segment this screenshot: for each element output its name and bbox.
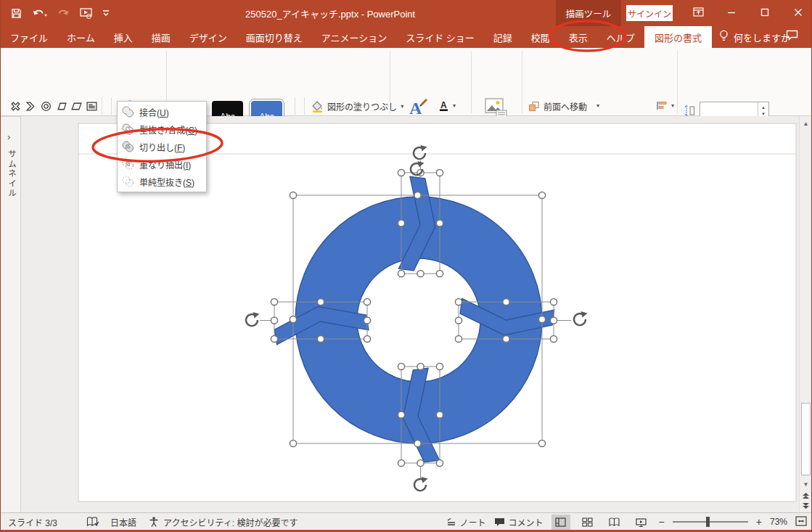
chevron-shape-top[interactable] [398, 176, 440, 272]
zoom-out-button[interactable]: − [659, 516, 665, 528]
comments-top-icon[interactable] [786, 30, 798, 44]
maximize-button[interactable] [759, 7, 771, 19]
save-icon[interactable] [11, 8, 22, 19]
tab-0[interactable]: ファイル [1, 26, 57, 48]
selection-handle[interactable] [290, 440, 296, 446]
selection-handle[interactable] [317, 335, 324, 342]
selection-handle[interactable] [436, 459, 443, 466]
reading-view-button[interactable] [605, 515, 624, 530]
tab-3[interactable]: 描画 [142, 26, 180, 48]
selection-handle[interactable] [503, 298, 509, 305]
normal-view-button[interactable] [551, 515, 570, 530]
ribbon-display-options-icon[interactable] [692, 7, 704, 19]
selection-handle[interactable] [417, 169, 424, 176]
tab-9[interactable]: 校閲 [522, 26, 559, 48]
scroll-down-icon[interactable]: ▼ [800, 481, 812, 488]
selection-handle[interactable] [398, 363, 404, 369]
selection-handle[interactable] [417, 270, 424, 277]
tab-2[interactable]: 挿入 [104, 26, 142, 48]
tab-8[interactable]: 記録 [484, 26, 522, 48]
selection-handle[interactable] [364, 298, 370, 305]
selection-handle[interactable] [398, 169, 404, 176]
comments-button[interactable]: コメント [494, 516, 544, 528]
menu-item-重なり抽出[interactable]: 重なり抽出(I) [118, 155, 206, 173]
rotation-handle[interactable] [414, 477, 427, 491]
rotation-handle[interactable] [246, 312, 259, 326]
selection-handle[interactable] [290, 316, 296, 322]
chevron-shape-left[interactable] [272, 299, 369, 344]
start-slideshow-icon[interactable] [80, 8, 92, 19]
selection-handle[interactable] [436, 169, 443, 176]
proofing-icon[interactable] [86, 517, 99, 528]
fit-to-window-button[interactable] [795, 516, 807, 528]
selection-handle[interactable] [290, 192, 296, 198]
selection-handle[interactable] [414, 192, 421, 198]
selection-handle[interactable] [436, 270, 443, 277]
zoom-in-button[interactable]: + [756, 516, 762, 528]
chevron-shape-bottom[interactable] [397, 368, 439, 464]
close-button[interactable] [792, 7, 804, 19]
customize-quick-access-icon[interactable] [102, 8, 110, 19]
menu-item-切り出し[interactable]: 切り出し(F) [118, 138, 206, 155]
undo-icon[interactable] [32, 8, 48, 19]
selection-handle[interactable] [398, 412, 404, 418]
selection-handle[interactable] [550, 317, 557, 324]
previous-slide-button[interactable] [800, 492, 812, 501]
selection-handle[interactable] [271, 335, 277, 342]
selection-handle[interactable] [398, 459, 404, 466]
selection-handle[interactable] [271, 298, 277, 305]
sign-in-button[interactable]: サインイン [626, 5, 673, 21]
selection-handle[interactable] [414, 440, 421, 446]
menu-item-接合[interactable]: 接合(U) [118, 103, 206, 120]
selection-handle[interactable] [417, 363, 424, 369]
tab-1[interactable]: ホーム [57, 26, 104, 48]
selection-handle[interactable] [417, 459, 424, 466]
rotation-handle[interactable] [411, 161, 424, 175]
selection-handle[interactable] [436, 220, 443, 226]
selection-handle[interactable] [538, 440, 545, 446]
language-indicator[interactable]: 日本語 [110, 516, 136, 528]
selection-handle[interactable] [550, 335, 557, 342]
selection-handle[interactable] [436, 412, 443, 418]
selection-handle[interactable] [398, 220, 404, 226]
selection-handle[interactable] [550, 298, 557, 305]
selection-handle[interactable] [538, 316, 545, 322]
zoom-slider[interactable] [673, 521, 748, 523]
tell-me-box[interactable]: 何をしますか [712, 26, 797, 48]
horizontal-textbox-icon[interactable] [84, 98, 99, 114]
rotation-handle[interactable] [414, 145, 427, 159]
rotation-handle[interactable] [574, 311, 587, 325]
selection-handle[interactable] [271, 317, 277, 324]
chevron-shape-right[interactable] [458, 298, 554, 340]
redo-icon[interactable] [58, 8, 70, 19]
menu-item-単純型抜き[interactable]: 単純型抜き(S) [118, 173, 206, 190]
multiply-shape-icon[interactable] [8, 98, 23, 114]
accessibility-status[interactable]: アクセシビリティ: 検討が必要です [148, 516, 298, 528]
menu-item-型抜き/合成[interactable]: 型抜き/合成(C) [118, 120, 206, 138]
zoom-level[interactable]: 73% [770, 517, 787, 527]
tab-7[interactable]: スライド ショー [396, 26, 484, 48]
slide-sorter-view-button[interactable] [578, 515, 597, 530]
zoom-slider-thumb[interactable] [706, 517, 710, 527]
selection-handle[interactable] [317, 298, 324, 305]
tab-11[interactable]: ヘルプ [597, 26, 644, 48]
slideshow-view-button[interactable] [632, 515, 651, 530]
vertical-scrollbar[interactable]: ▲ ▼ [799, 116, 811, 512]
tab-6[interactable]: アニメーション [312, 26, 396, 48]
scrollbar-thumb[interactable] [801, 403, 811, 475]
align-button[interactable]: ▾ [656, 97, 674, 114]
tab-4[interactable]: デザイン [180, 26, 237, 48]
tab-5[interactable]: 画面切り替え [237, 26, 312, 48]
scroll-up-icon[interactable]: ▲ [800, 120, 812, 127]
chevron-shape-icon[interactable] [23, 98, 38, 114]
donut-shape[interactable] [295, 197, 542, 443]
minimize-button[interactable] [726, 7, 737, 19]
parallelogram-alt-shape-icon[interactable] [69, 98, 84, 114]
selection-handle[interactable] [364, 317, 370, 324]
next-slide-button[interactable] [800, 502, 812, 511]
donut-shape-icon[interactable] [38, 98, 54, 114]
tab-10[interactable]: 表示 [559, 26, 597, 48]
selection-handle[interactable] [455, 298, 462, 305]
selection-handle[interactable] [398, 270, 404, 277]
selection-handle[interactable] [455, 335, 462, 342]
